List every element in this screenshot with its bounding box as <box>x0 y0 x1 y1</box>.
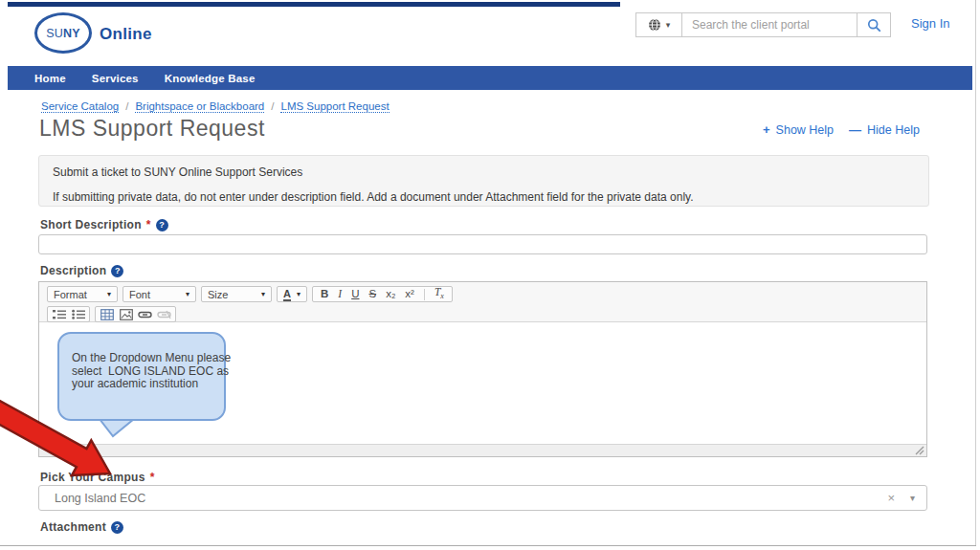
suny-logo[interactable]: SUNY <box>34 12 92 54</box>
table-icon[interactable] <box>100 308 114 320</box>
breadcrumb-separator: / <box>125 100 128 112</box>
chevron-down-icon: ▾ <box>107 290 111 298</box>
page-title: LMS Support Request <box>39 116 265 142</box>
show-help-link[interactable]: + Show Help <box>763 122 834 137</box>
nav-item-services[interactable]: Services <box>92 73 139 84</box>
portal-search-group: ▾ <box>635 12 891 37</box>
search-input[interactable] <box>682 13 857 36</box>
short-description-label: Short Description * ? <box>40 218 168 231</box>
hide-help-label: Hide Help <box>867 123 920 137</box>
italic-button[interactable]: I <box>338 289 342 300</box>
search-icon <box>867 18 881 33</box>
form-instructions-box: Submit a ticket to SUNY Online Support S… <box>38 155 929 207</box>
minus-icon: — <box>849 122 861 137</box>
bubble-line-3: your academic institution <box>72 378 216 391</box>
remove-format-x: x <box>440 293 444 301</box>
unlink-icon[interactable] <box>157 308 171 320</box>
image-icon[interactable] <box>119 308 133 320</box>
top-accent-bar <box>8 2 620 7</box>
size-label: Size <box>208 289 228 300</box>
editor-toolbar: Format ▾ Font ▾ Size ▾ A ▾ B I <box>39 282 926 322</box>
breadcrumb-brightspace[interactable]: Brightspace or Blackboard <box>135 100 264 113</box>
help-icon[interactable]: ? <box>156 219 168 231</box>
hide-help-link[interactable]: — Hide Help <box>849 122 920 137</box>
frame-border-bottom <box>0 545 976 546</box>
clear-selection-icon[interactable]: × <box>887 491 895 505</box>
superscript-button[interactable]: x² <box>405 289 414 300</box>
remove-format-button[interactable]: Tx <box>434 287 444 300</box>
bold-button[interactable]: B <box>321 289 328 300</box>
font-dropdown[interactable]: Font ▾ <box>122 286 196 302</box>
resize-grip-icon[interactable] <box>915 446 924 455</box>
nav-item-home[interactable]: Home <box>34 73 66 84</box>
breadcrumb-current[interactable]: LMS Support Request <box>280 100 389 113</box>
required-asterisk: * <box>146 218 151 231</box>
logo-text: SU <box>46 27 63 40</box>
attachment-label: Attachment ? <box>40 520 123 534</box>
campus-select[interactable]: Long Island EOC × ▾ <box>38 485 927 511</box>
pick-your-campus-label-text: Pick Your Campus <box>40 471 145 484</box>
short-description-input[interactable] <box>38 234 927 254</box>
strikethrough-button[interactable]: S <box>368 289 376 300</box>
format-dropdown[interactable]: Format ▾ <box>47 286 118 302</box>
short-description-label-text: Short Description <box>40 218 142 231</box>
list-button-group <box>47 306 90 322</box>
chevron-down-icon: ▾ <box>186 290 189 298</box>
text-color-button[interactable]: A ▾ <box>277 286 307 302</box>
text-color-label: A <box>283 288 291 301</box>
lms-support-request-page: SUNY Online ▾ Sign In Home Services <box>0 0 980 550</box>
bubble-line-1: On the Dropdown Menu please <box>72 352 216 365</box>
pick-your-campus-label: Pick Your Campus * <box>40 471 155 484</box>
language-selector[interactable]: ▾ <box>636 13 682 36</box>
underline-button[interactable]: U <box>351 289 359 300</box>
globe-icon <box>648 18 661 32</box>
size-dropdown[interactable]: Size ▾ <box>201 286 272 302</box>
attachment-label-text: Attachment <box>40 520 106 534</box>
select-caret-icon[interactable]: ▾ <box>910 493 915 503</box>
subscript-button[interactable]: x₂ <box>386 289 395 300</box>
description-label-text: Description <box>40 264 106 277</box>
font-label: Font <box>129 289 150 300</box>
insert-button-group <box>95 306 176 322</box>
numbered-list-icon[interactable] <box>52 308 66 320</box>
breadcrumb: Service Catalog / Brightspace or Blackbo… <box>41 100 390 113</box>
nav-item-knowledge-base[interactable]: Knowledge Base <box>165 73 256 84</box>
format-label: Format <box>54 289 87 300</box>
search-button[interactable] <box>857 13 890 36</box>
required-asterisk: * <box>150 471 155 484</box>
show-help-label: Show Help <box>776 123 834 137</box>
chevron-down-icon: ▾ <box>261 290 265 298</box>
link-icon[interactable] <box>138 308 152 320</box>
frame-border-right <box>975 0 976 546</box>
plus-icon: + <box>763 122 770 137</box>
help-toggle-links: + Show Help — Hide Help <box>763 122 920 137</box>
breadcrumb-service-catalog[interactable]: Service Catalog <box>41 100 119 113</box>
sign-in-link[interactable]: Sign In <box>911 16 949 31</box>
editor-footer <box>39 444 926 456</box>
chevron-down-icon: ▾ <box>297 290 301 298</box>
instruction-line-2: If submitting private data, do not enter… <box>53 190 915 204</box>
breadcrumb-separator: / <box>271 100 274 112</box>
instruction-line-1: Submit a ticket to SUNY Online Support S… <box>53 165 915 179</box>
campus-selected-value: Long Island EOC <box>39 492 887 505</box>
inline-style-group: B I U S x₂ x² Tx <box>312 286 453 302</box>
brand-wordmark[interactable]: Online <box>100 25 152 44</box>
bullet-list-icon[interactable] <box>71 308 85 320</box>
annotation-speech-bubble: On the Dropdown Menu please select LONG … <box>57 332 226 421</box>
help-icon[interactable]: ? <box>111 521 123 534</box>
help-icon[interactable]: ? <box>111 265 123 277</box>
bubble-line-2: select LONG ISLAND EOC as <box>72 365 216 379</box>
chevron-down-icon: ▾ <box>666 21 671 30</box>
toolbar-separator <box>424 289 425 300</box>
description-label: Description ? <box>40 264 123 277</box>
main-navbar: Home Services Knowledge Base <box>8 66 972 90</box>
